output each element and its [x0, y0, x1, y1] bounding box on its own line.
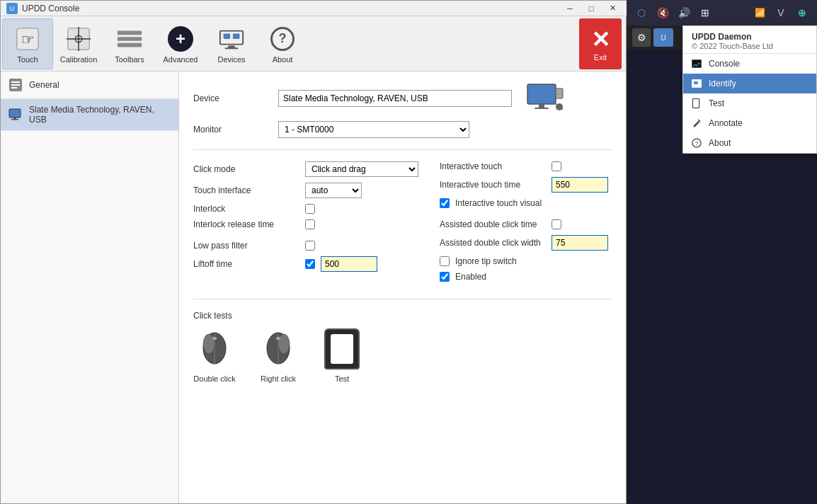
test-menu-icon [690, 97, 703, 110]
assisted-dbl-click-width-input[interactable] [552, 235, 608, 251]
right-click-icon [257, 328, 299, 370]
device-input[interactable] [278, 90, 512, 107]
svg-rect-14 [225, 47, 239, 49]
toolbar-btn-calibration[interactable]: Calibration [53, 18, 104, 69]
toolbar-btn-devices[interactable]: Devices [206, 18, 257, 69]
context-annotate[interactable]: Annotate [683, 113, 816, 133]
about-menu-label: About [709, 138, 731, 148]
updd-tray-icon[interactable]: U [653, 28, 673, 47]
svg-text:☞: ☞ [21, 30, 35, 47]
liftoff-time-input[interactable] [321, 256, 377, 272]
touch-interface-select[interactable]: auto single multi [305, 183, 362, 198]
sidebar-slate-label: Slate Media Technology, RAVEN, USB [29, 105, 171, 125]
game-icon[interactable]: ⊕ [793, 4, 811, 22]
maximize-button[interactable]: □ [582, 3, 600, 14]
app-window: U UPDD Console ─ □ ✕ ☞ Touch [0, 0, 627, 504]
assisted-dbl-click-checkbox[interactable] [552, 219, 561, 229]
liftoff-time-checkbox[interactable] [305, 259, 315, 269]
ignore-tip-switch-checkbox[interactable] [440, 256, 450, 266]
console-icon [690, 57, 703, 70]
settings-tray-icon[interactable]: ⚙ [632, 28, 651, 47]
context-identify[interactable]: Identify [683, 74, 816, 93]
svg-rect-17 [11, 84, 20, 86]
device-row: Device [193, 83, 612, 114]
speaker-mute-icon[interactable]: 🔇 [653, 4, 672, 22]
enabled-checkbox[interactable] [440, 272, 450, 282]
toolbar-btn-about[interactable]: ? About [257, 18, 308, 69]
general-icon [8, 77, 23, 93]
shield-icon[interactable]: V [772, 4, 790, 22]
monitor-row: Monitor 1 - SMT0000 [193, 121, 612, 138]
click-mode-label: Click mode [193, 164, 299, 174]
svg-point-37 [276, 337, 280, 340]
interactive-touch-checkbox[interactable] [552, 161, 561, 171]
double-click-icon [193, 328, 236, 370]
svg-rect-25 [556, 88, 563, 98]
about-menu-icon: ? [690, 137, 703, 149]
double-click-item: Double click [193, 328, 236, 383]
interlock-release-label: Interlock release time [193, 219, 299, 229]
click-mode-select[interactable]: Click and drag Click Drag [305, 161, 418, 177]
about-symbol: ? [270, 27, 295, 51]
ignore-tip-switch-label: Ignore tip switch [455, 256, 561, 266]
interlock-release-checkbox[interactable] [305, 219, 315, 229]
exit-button[interactable]: ✕ Exit [579, 18, 622, 69]
interactive-touch-time-input[interactable] [552, 177, 608, 193]
interactive-touch-visual-checkbox[interactable] [440, 198, 450, 208]
sidebar-general-label: General [29, 80, 59, 90]
touch-icon: ☞ [13, 24, 42, 54]
interlock-checkbox[interactable] [305, 204, 315, 214]
touch-interface-label: Touch interface [193, 185, 299, 195]
test-menu-label: Test [709, 98, 724, 108]
interactive-touch-visual-label: Interactive touch visual [455, 198, 561, 208]
monitor-select[interactable]: 1 - SMT0000 [278, 121, 469, 138]
click-tests-row: Double click Right click [193, 328, 612, 383]
low-pass-filter-row: Low pass filter [193, 241, 418, 251]
svg-rect-9 [118, 42, 142, 47]
test-icon [321, 328, 363, 370]
svg-rect-23 [539, 104, 544, 108]
assisted-dbl-click-width-label: Assisted double click width [440, 238, 546, 248]
toolbar-btn-touch[interactable]: ☞ Touch [2, 18, 53, 69]
assisted-dbl-click-label: Assisted double click time [440, 219, 546, 229]
context-about[interactable]: ? About [683, 133, 816, 153]
identify-label: Identify [709, 79, 736, 88]
add-symbol: + [168, 26, 193, 52]
annotate-label: Annotate [709, 118, 743, 128]
enabled-row: Enabled [440, 272, 612, 282]
minimize-button[interactable]: ─ [561, 3, 579, 14]
touch-label: Touch [17, 55, 38, 64]
interlock-release-row: Interlock release time [193, 219, 418, 229]
svg-point-31 [203, 334, 215, 354]
test-label: Test [335, 374, 349, 383]
liftoff-time-row: Liftoff time [193, 256, 418, 272]
context-console[interactable]: Console [683, 54, 816, 74]
click-tests-section: Click tests Double click [193, 311, 612, 383]
right-click-label: Right click [261, 374, 296, 383]
interactive-touch-label: Interactive touch [440, 161, 546, 171]
toolbar-btn-toolbars[interactable]: Toolbars [104, 18, 155, 69]
bluetooth-icon[interactable]: ⬡ [632, 4, 651, 22]
interactive-touch-visual-row: Interactive touch visual [440, 198, 612, 208]
about-icon: ? [268, 24, 297, 54]
sidebar-item-general[interactable]: General [1, 71, 178, 99]
calibration-label: Calibration [60, 55, 98, 64]
toolbars-icon [115, 24, 144, 54]
low-pass-filter-checkbox[interactable] [305, 241, 315, 251]
assisted-dbl-click-row: Assisted double click time [440, 219, 612, 229]
right-click-item: Right click [257, 328, 299, 383]
test-item[interactable]: Test [321, 328, 363, 383]
wifi-icon[interactable]: 📶 [750, 4, 769, 22]
context-test[interactable]: Test [683, 93, 816, 113]
volume-icon[interactable]: 🔊 [675, 4, 693, 22]
network-icon[interactable]: ⊞ [696, 4, 714, 22]
content-area: Device Monitor [179, 71, 626, 503]
svg-rect-19 [9, 109, 21, 118]
identify-icon [690, 77, 703, 90]
interactive-touch-row: Interactive touch [440, 161, 612, 171]
toolbar-btn-advanced[interactable]: + Advanced [155, 18, 206, 69]
sidebar-item-slate[interactable]: Slate Media Technology, RAVEN, USB [1, 99, 178, 131]
svg-rect-11 [224, 33, 231, 39]
interlock-row: Interlock [193, 204, 418, 214]
close-button[interactable]: ✕ [603, 3, 622, 14]
